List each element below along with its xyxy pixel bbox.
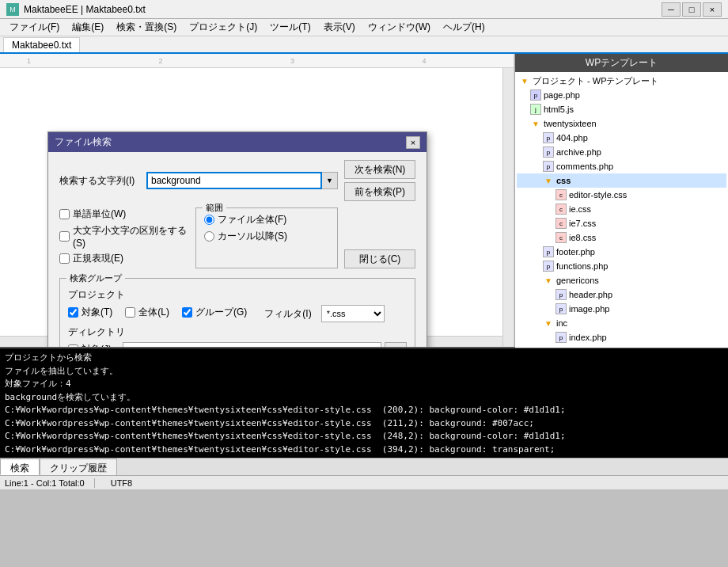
tree-item-image[interactable]: p image.php: [517, 302, 726, 316]
search-dropdown-arrow[interactable]: ▼: [322, 172, 338, 189]
ruler: 1 2 3 4 5 6 7 8: [0, 54, 514, 68]
radio-whole-file: ファイル全体(F): [204, 213, 329, 226]
dialog-overlay: ファイル検索 × 検索する文字列(I) ▼ 次を検索(N): [0, 68, 514, 347]
output-text: プロジェクトから検索 ファイルを抽出しています。 対象ファイル：4 backgr…: [0, 348, 728, 458]
file-tree[interactable]: ▼ プロジェクト - WPテンプレート p page.php j html5.j…: [515, 72, 728, 348]
tree-item-functions[interactable]: p functions.php: [517, 259, 726, 273]
prev-search-button[interactable]: 前を検索(P): [344, 182, 415, 201]
editor-area[interactable]: 1 2 3 4 5 6 7 8 ファイル検索 × 検索す: [0, 54, 514, 347]
tree-item-footer[interactable]: p footer.php: [517, 245, 726, 259]
menu-window[interactable]: ウィンドウ(W): [362, 19, 437, 36]
window-controls: ─ □ ×: [662, 2, 722, 17]
folder-open-icon: ▼: [542, 345, 555, 348]
directory-label: ディレクトリ: [68, 325, 407, 339]
editor-content[interactable]: ファイル検索 × 検索する文字列(I) ▼ 次を検索(N): [0, 68, 514, 347]
tree-item-ie-css[interactable]: c ie.css: [517, 202, 726, 216]
project-all-input[interactable]: [125, 307, 135, 318]
dialog-title-bar: ファイル検索 ×: [48, 132, 427, 152]
browse-button[interactable]: ...: [385, 342, 407, 347]
menu-search[interactable]: 検索・置換(S): [110, 19, 183, 36]
project-label: プロジェクト: [68, 288, 407, 302]
file-icon: c: [555, 217, 567, 230]
tree-item-ie8-css[interactable]: c ie8.css: [517, 230, 726, 245]
bottom-tabs: 検索 クリップ履歴: [0, 458, 728, 475]
app-icon: M: [6, 3, 19, 16]
file-icon: c: [555, 231, 567, 244]
search-label: 検索する文字列(I): [59, 174, 146, 188]
tree-item-inc[interactable]: ▼ inc: [517, 316, 726, 330]
file-icon: p: [555, 303, 567, 315]
tab-search[interactable]: 検索: [0, 459, 40, 475]
title-bar: M MaktabeeEE | Maktabee0.txt ─ □ ×: [0, 0, 728, 19]
menu-help[interactable]: ヘルプ(H): [437, 19, 491, 36]
radio-from-cursor-input[interactable]: [204, 231, 214, 242]
menu-project[interactable]: プロジェクト(J): [183, 19, 264, 36]
file-icon: p: [542, 131, 555, 144]
menu-tools[interactable]: ツール(T): [264, 19, 317, 36]
tree-item-page-php[interactable]: p page.php: [517, 88, 726, 102]
dialog-title-text: ファイル検索: [55, 135, 112, 149]
file-icon: p: [555, 288, 567, 301]
group-section: 検索グループ プロジェクト 対象(T) 全体(L): [59, 278, 415, 347]
tree-item-html5-js[interactable]: j html5.js: [517, 102, 726, 116]
checkbox-word-input[interactable]: [59, 209, 70, 219]
file-icon: c: [555, 188, 567, 201]
tree-item-css[interactable]: ▼ css: [517, 173, 726, 188]
folder-open-icon: ▼: [518, 74, 531, 87]
tree-item-js[interactable]: ▼ js: [517, 344, 726, 348]
radio-from-cursor: カーソル以降(S): [204, 230, 329, 243]
folder-open-icon: ▼: [542, 317, 555, 329]
tree-item-index[interactable]: p index.php: [517, 330, 726, 344]
checkbox-regex-input[interactable]: [59, 253, 70, 264]
radio-whole-file-input[interactable]: [204, 215, 214, 225]
dialog-close-button[interactable]: ×: [406, 136, 420, 149]
dir-target-check: 対象(J): [68, 343, 112, 348]
tree-item-ie7-css[interactable]: c ie7.css: [517, 216, 726, 230]
tab-clipboard[interactable]: クリップ履歴: [40, 459, 117, 475]
project-all-check: 全体(L): [125, 306, 169, 319]
menu-view[interactable]: 表示(V): [317, 19, 362, 36]
search-input[interactable]: [146, 172, 322, 189]
project-group-input[interactable]: [182, 307, 192, 318]
scope-label: 範囲: [203, 202, 226, 214]
file-icon: c: [555, 203, 567, 215]
checkbox-case-input[interactable]: [59, 231, 70, 242]
file-icon: p: [542, 260, 555, 272]
checkbox-regex: 正規表現(E): [59, 252, 188, 265]
tree-item-comments[interactable]: p comments.php: [517, 159, 726, 173]
tab-maktabee0[interactable]: Maktabee0.txt: [3, 37, 80, 52]
maximize-button[interactable]: □: [682, 2, 701, 17]
file-icon: p: [529, 89, 542, 101]
tab-bar: Maktabee0.txt: [0, 36, 728, 54]
dir-target-input[interactable]: [68, 344, 78, 348]
file-icon: p: [542, 146, 555, 158]
menu-bar: ファイル(F) 編集(E) 検索・置換(S) プロジェクト(J) ツール(T) …: [0, 19, 728, 36]
minimize-button[interactable]: ─: [662, 2, 681, 17]
file-icon: p: [542, 245, 555, 258]
panel-header: WPテンプレート: [515, 54, 728, 72]
tree-root[interactable]: ▼ プロジェクト - WPテンプレート: [517, 74, 726, 88]
project-options-row: 対象(T) 全体(L) グループ(G) フィルタ(I): [68, 305, 407, 322]
menu-file[interactable]: ファイル(F): [3, 19, 66, 36]
close-dialog-button[interactable]: 閉じる(C): [344, 249, 415, 268]
directory-select[interactable]: [123, 342, 381, 347]
tree-item-archive[interactable]: p archive.php: [517, 145, 726, 159]
close-button[interactable]: ×: [703, 2, 722, 17]
project-target-input[interactable]: [68, 307, 78, 318]
folder-open-icon: ▼: [542, 274, 555, 287]
filter-select[interactable]: *.css: [321, 305, 385, 322]
window-title: MaktabeeEE | Maktabee0.txt: [24, 4, 146, 15]
tree-item-404[interactable]: p 404.php: [517, 131, 726, 145]
tree-item-header[interactable]: p header.php: [517, 287, 726, 302]
encoding: UTF8: [111, 478, 133, 488]
tree-item-genericons[interactable]: ▼ genericons: [517, 273, 726, 287]
folder-open-icon: ▼: [529, 117, 542, 130]
file-icon: j: [529, 103, 542, 116]
folder-open-icon: ▼: [542, 174, 555, 187]
next-search-button[interactable]: 次を検索(N): [344, 160, 415, 179]
tree-item-editor-style[interactable]: c editor-style.css: [517, 188, 726, 202]
tree-item-twentysixteen[interactable]: ▼ twentysixteen: [517, 116, 726, 131]
menu-edit[interactable]: 編集(E): [66, 19, 110, 36]
search-row: 検索する文字列(I) ▼ 次を検索(N) 前を検索(P): [59, 160, 415, 201]
project-group-check: グループ(G): [182, 306, 247, 319]
